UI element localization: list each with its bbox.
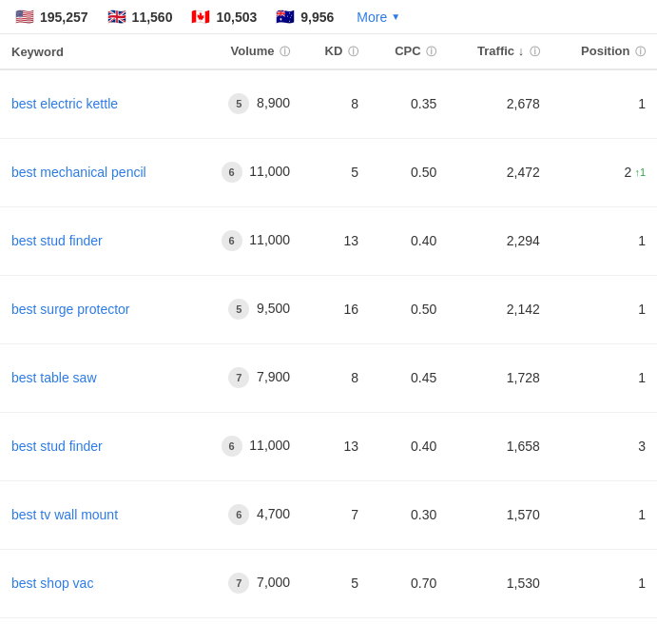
traffic-cell: 2,678 (448, 69, 551, 138)
kd-cell: 8 (301, 343, 370, 412)
cpc-info-icon: ⓘ (426, 46, 436, 57)
volume-cell: 6 11,000 (190, 138, 301, 206)
kd-cell: 13 (301, 206, 370, 275)
gb-flag: 🇬🇧 (107, 8, 126, 26)
table-row: best tv wall mount 6 4,70070.301,5701 (0, 480, 657, 549)
position-cell: 1 (551, 275, 657, 343)
position-badge: 2 ↑1 (625, 165, 646, 180)
keyword-link[interactable]: best shop vac (11, 576, 93, 591)
more-label: More (357, 10, 387, 25)
ca-flag: 🇨🇦 (191, 8, 210, 26)
cpc-cell: 0.30 (370, 480, 448, 549)
cpc-cell: 0.40 (370, 412, 448, 480)
kd-cell: 7 (301, 480, 370, 549)
volume-cell: 6 11,000 (190, 206, 301, 275)
stat-au: 🇦🇺 9,956 (276, 8, 334, 26)
volume-cell: 5 8,900 (190, 69, 301, 138)
stat-ca: 🇨🇦 10,503 (191, 8, 257, 26)
volume-cell: 6 4,700 (190, 480, 301, 549)
stats-bar: 🇺🇸 195,257 🇬🇧 11,560 🇨🇦 10,503 🇦🇺 9,956 … (0, 0, 657, 34)
position-cell: 3 (551, 412, 657, 480)
kd-badge: 6 (228, 504, 249, 525)
cpc-cell: 0.40 (370, 206, 448, 275)
ca-count: 10,503 (216, 10, 257, 25)
keyword-link[interactable]: best tv wall mount (11, 507, 118, 522)
col-header-traffic: Traffic ↓ ⓘ (448, 34, 551, 69)
col-header-position: Position ⓘ (551, 34, 657, 69)
us-flag: 🇺🇸 (15, 8, 34, 26)
position-cell: 2 ↑1 (551, 138, 657, 206)
kd-cell: 5 (301, 549, 370, 617)
gb-count: 11,560 (132, 10, 173, 25)
kd-badge: 7 (228, 367, 249, 388)
kd-cell: 8 (301, 69, 370, 138)
table-row: best stud finder 6 11,000130.402,2941 (0, 206, 657, 275)
position-info-icon: ⓘ (635, 46, 646, 57)
position-cell: 1 (551, 549, 657, 617)
cpc-cell: 0.50 (370, 138, 448, 206)
kd-cell: 5 (301, 138, 370, 206)
position-cell: 1 (551, 69, 657, 138)
more-button[interactable]: More ▼ (357, 10, 400, 25)
kd-badge: 7 (228, 573, 249, 594)
chevron-down-icon: ▼ (391, 11, 400, 22)
cpc-cell: 0.35 (370, 69, 448, 138)
traffic-cell: 2,142 (448, 275, 551, 343)
kd-badge: 5 (228, 93, 249, 114)
stat-gb: 🇬🇧 11,560 (107, 8, 173, 26)
col-header-kd: KD ⓘ (301, 34, 370, 69)
keyword-link[interactable]: best surge protector (11, 302, 130, 317)
traffic-cell: 2,472 (448, 138, 551, 206)
table-row: best surge protector 5 9,500160.502,1421 (0, 275, 657, 343)
volume-cell: 6 11,000 (190, 412, 301, 480)
traffic-info-icon: ⓘ (530, 46, 540, 57)
keyword-link[interactable]: best electric kettle (11, 96, 118, 111)
keywords-table: Keyword Volume ⓘ KD ⓘ CPC ⓘ Traffic ↓ ⓘ (0, 34, 657, 618)
kd-cell: 16 (301, 275, 370, 343)
col-header-cpc: CPC ⓘ (370, 34, 448, 69)
traffic-cell: 2,294 (448, 206, 551, 275)
volume-cell: 7 7,000 (190, 549, 301, 617)
table-row: best table saw 7 7,90080.451,7281 (0, 343, 657, 412)
traffic-cell: 1,570 (448, 480, 551, 549)
traffic-cell: 1,658 (448, 412, 551, 480)
cpc-cell: 0.50 (370, 275, 448, 343)
table-row: best stud finder 6 11,000130.401,6583 (0, 412, 657, 480)
kd-badge: 6 (222, 436, 242, 457)
cpc-cell: 0.70 (370, 549, 448, 617)
position-cell: 1 (551, 480, 657, 549)
position-cell: 1 (551, 206, 657, 275)
keyword-link[interactable]: best stud finder (11, 439, 103, 454)
stat-us: 🇺🇸 195,257 (15, 8, 88, 26)
keyword-link[interactable]: best stud finder (11, 233, 103, 248)
table-row: best mechanical pencil 6 11,00050.502,47… (0, 138, 657, 206)
table-row: best shop vac 7 7,00050.701,5301 (0, 549, 657, 617)
volume-info-icon: ⓘ (280, 46, 290, 57)
table-header-row: Keyword Volume ⓘ KD ⓘ CPC ⓘ Traffic ↓ ⓘ (0, 34, 657, 69)
volume-cell: 7 7,900 (190, 343, 301, 412)
kd-cell: 13 (301, 412, 370, 480)
keyword-link[interactable]: best table saw (11, 370, 97, 385)
traffic-cell: 1,728 (448, 343, 551, 412)
position-cell: 1 (551, 343, 657, 412)
au-flag: 🇦🇺 (276, 8, 295, 26)
kd-badge: 6 (222, 230, 242, 251)
cpc-cell: 0.45 (370, 343, 448, 412)
kd-info-icon: ⓘ (348, 46, 358, 57)
position-change: ↑1 (634, 166, 646, 178)
table-row: best electric kettle 5 8,90080.352,6781 (0, 69, 657, 138)
col-header-volume: Volume ⓘ (190, 34, 301, 69)
kd-badge: 6 (222, 162, 242, 183)
col-header-keyword: Keyword (0, 34, 190, 69)
kd-badge: 5 (228, 299, 249, 320)
us-count: 195,257 (40, 10, 88, 25)
traffic-cell: 1,530 (448, 549, 551, 617)
keyword-link[interactable]: best mechanical pencil (11, 165, 146, 180)
au-count: 9,956 (300, 10, 334, 25)
volume-cell: 5 9,500 (190, 275, 301, 343)
